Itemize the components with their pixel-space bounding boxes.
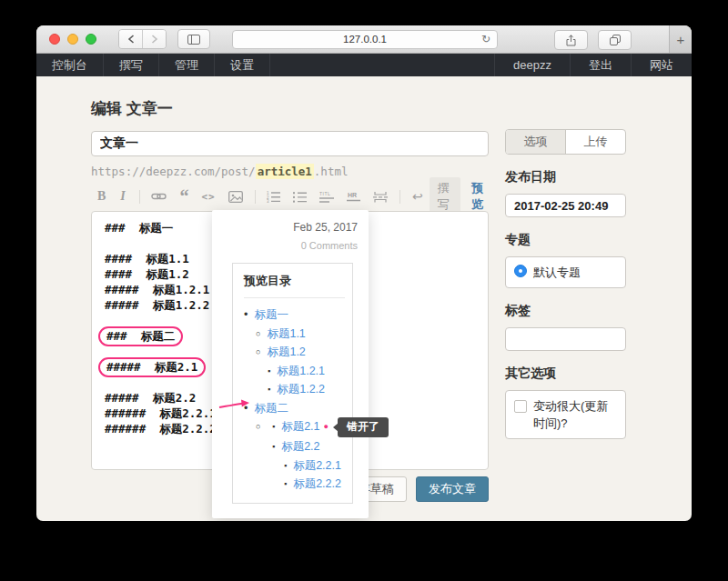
back-button[interactable] xyxy=(119,30,142,48)
toolbar-divider xyxy=(255,190,256,204)
toc-link-1-2-1[interactable]: 标题1.2.1 xyxy=(277,365,325,377)
toc-item-flagged: 标题2.1●错开了 xyxy=(272,417,389,437)
browser-window: 127.0.0.1 ↻ + 控制台 撰写 管理 设置 deepzz 登出 网站 … xyxy=(36,25,692,521)
options-sidebar: 选项 上传 发布日期 专题 默认专题 标签 其它选项 变动很大(更新时间)? xyxy=(505,76,626,439)
preview-date: Feb 25, 2017 xyxy=(212,221,358,234)
checkbox-unchecked-icon[interactable] xyxy=(514,400,527,413)
page-title: 编辑 文章一 xyxy=(91,98,489,119)
post-title-input[interactable] xyxy=(91,131,489,156)
toc-title: 预览目录 xyxy=(244,273,349,289)
tabs-icon xyxy=(610,35,621,45)
tab-options[interactable]: 选项 xyxy=(506,130,566,154)
toc-item: 标题一 标题1.1 标题1.2 标题1.2.1 标题1.2.2 xyxy=(244,306,349,399)
toc-link-2-2-2[interactable]: 标题2.2.2 xyxy=(293,477,341,490)
toc-item: 标题2.2.1 xyxy=(284,456,389,476)
unordered-list-icon[interactable] xyxy=(293,191,307,203)
code-icon[interactable]: <> xyxy=(201,191,215,203)
tab-upload[interactable]: 上传 xyxy=(566,130,625,154)
editor-column: 编辑 文章一 https://deepzz.com/post/article1.… xyxy=(91,76,489,502)
nav-item-write[interactable]: 撰写 xyxy=(104,54,159,76)
preview-tab[interactable]: 预览 xyxy=(471,180,487,213)
nav-item-settings[interactable]: 设置 xyxy=(215,54,270,76)
tags-input[interactable] xyxy=(505,327,626,351)
history-nav-group xyxy=(118,29,167,49)
toc-item-empty: 标题2.1●错开了 标题2.2 标题2.2.1 标题2.2.2 xyxy=(256,417,349,494)
link-icon[interactable] xyxy=(151,191,167,202)
nav-spacer xyxy=(270,54,494,76)
permalink-prefix: https://deepzz.com/post/ xyxy=(91,165,256,178)
permalink: https://deepzz.com/post/article1.html xyxy=(91,165,489,178)
annotation-circle-heading21: ##### 标题2.1 xyxy=(98,357,206,377)
toc-link-2-1[interactable]: 标题2.1 xyxy=(281,420,319,433)
italic-icon[interactable]: I xyxy=(120,189,125,204)
toc-item: 标题2.2 标题2.2.1 标题2.2.2 xyxy=(272,437,389,494)
ordered-list-icon[interactable]: 123 xyxy=(267,191,280,203)
new-tab-button[interactable]: + xyxy=(669,25,692,53)
nav-item-logout[interactable]: 登出 xyxy=(570,54,631,76)
toc-list: 标题一 标题1.1 标题1.2 标题1.2.1 标题1.2.2 xyxy=(244,306,349,494)
blockquote-icon[interactable]: “ xyxy=(179,191,188,202)
toc-divider xyxy=(244,297,345,298)
publish-date-input[interactable] xyxy=(505,194,626,217)
nav-item-manage[interactable]: 管理 xyxy=(159,54,215,76)
permalink-suffix: .html xyxy=(314,165,349,178)
toc-link-2-2[interactable]: 标题2.2 xyxy=(281,440,319,453)
svg-text:3: 3 xyxy=(267,199,269,203)
toc-link-1[interactable]: 标题一 xyxy=(254,308,288,321)
toc-item: 标题1.2 标题1.2.1 标题1.2.2 xyxy=(256,343,349,399)
sidebar-toggle-button[interactable] xyxy=(177,29,210,49)
major-change-option-box[interactable]: 变动很大(更新时间)? xyxy=(505,390,626,439)
chrome-right-buttons xyxy=(554,30,632,50)
annotation-tooltip: 错开了 xyxy=(338,417,389,437)
toc-item: 标题2.2.2 xyxy=(284,475,389,494)
permalink-slug: article1 xyxy=(256,164,314,179)
app-nav: 控制台 撰写 管理 设置 deepzz 登出 网站 xyxy=(36,54,692,76)
write-tab[interactable]: 撰写 xyxy=(430,177,461,215)
image-icon[interactable] xyxy=(228,191,243,203)
other-options-label: 其它选项 xyxy=(505,366,626,382)
radio-selected-icon[interactable] xyxy=(514,265,527,277)
tab-overview-button[interactable] xyxy=(598,30,632,50)
annotation-arrow-icon xyxy=(218,398,251,410)
share-icon xyxy=(566,35,576,46)
heading-icon[interactable]: TITL xyxy=(319,191,334,203)
topic-option-box[interactable]: 默认专题 xyxy=(505,256,626,288)
markdown-toolbar: B I “ <> 123 TITL xyxy=(91,185,489,208)
toc-link-1-1[interactable]: 标题1.1 xyxy=(267,327,305,340)
tags-label: 标签 xyxy=(505,303,626,319)
toolbar-divider xyxy=(139,190,140,204)
nav-item-console[interactable]: 控制台 xyxy=(36,54,104,76)
toc-item: 标题二 标题2.1●错开了 标题2.2 标题2.2.1 xyxy=(244,399,349,494)
toc-link-1-2-2[interactable]: 标题1.2.2 xyxy=(277,383,325,396)
bold-icon[interactable]: B xyxy=(97,189,106,204)
nav-item-username[interactable]: deepzz xyxy=(494,54,570,76)
close-window-button[interactable] xyxy=(49,34,60,45)
toc-link-1-2[interactable]: 标题1.2 xyxy=(267,346,305,358)
zoom-window-button[interactable] xyxy=(86,34,96,45)
address-bar[interactable]: 127.0.0.1 ↻ xyxy=(232,30,498,49)
publish-button[interactable]: 发布文章 xyxy=(416,476,489,502)
toolbar-divider xyxy=(399,190,400,204)
undo-icon[interactable]: ↩ xyxy=(412,190,423,203)
chevron-right-icon xyxy=(151,35,158,44)
annotation-circle-heading2: ### 标题二 xyxy=(98,326,183,346)
editor-area: ### 标题一 #### 标题1.1 #### 标题1.2 ##### 标题1.… xyxy=(91,211,489,470)
reload-icon[interactable]: ↻ xyxy=(481,31,490,48)
toc-item: 标题1.1 xyxy=(256,325,349,344)
url-text: 127.0.0.1 xyxy=(343,34,387,45)
nav-item-website[interactable]: 网站 xyxy=(631,54,692,76)
svg-text:HR: HR xyxy=(348,192,357,198)
page-break-icon[interactable] xyxy=(373,191,388,203)
share-button[interactable] xyxy=(554,30,588,50)
minimize-window-button[interactable] xyxy=(67,34,78,45)
browser-titlebar: 127.0.0.1 ↻ + xyxy=(36,25,692,54)
toc-item: 标题1.2.1 xyxy=(268,362,349,381)
forward-button[interactable] xyxy=(142,30,166,48)
horizontal-rule-icon[interactable]: HR xyxy=(347,191,360,203)
topic-option-label: 默认专题 xyxy=(533,264,581,281)
toc-link-2[interactable]: 标题二 xyxy=(254,402,288,415)
toc-link-2-2-1[interactable]: 标题2.2.1 xyxy=(293,459,341,472)
markdown-text: ### 标题一 #### 标题1.1 #### 标题1.2 ##### 标题1.… xyxy=(105,221,209,312)
toc-item: 标题1.2.2 xyxy=(268,380,349,399)
page-content: 编辑 文章一 https://deepzz.com/post/article1.… xyxy=(36,76,692,521)
